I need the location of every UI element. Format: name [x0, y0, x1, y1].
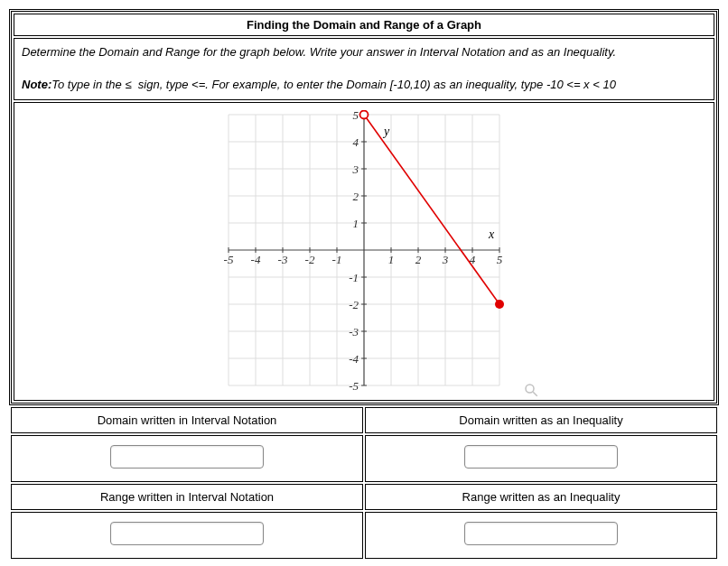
svg-line-63 — [533, 392, 537, 396]
svg-text:1: 1 — [353, 217, 359, 230]
svg-text:3: 3 — [442, 253, 449, 266]
svg-text:5: 5 — [497, 253, 503, 266]
domain-inequality-cell — [365, 435, 717, 482]
graph-line — [364, 115, 499, 304]
svg-text:-2: -2 — [349, 298, 359, 311]
svg-text:-1: -1 — [332, 253, 342, 266]
answer-grid: Domain written in Interval Notation Doma… — [9, 405, 719, 561]
y-axis-label: y — [382, 125, 390, 138]
closed-endpoint — [495, 300, 504, 309]
note-text-b: sign, type <=. For example, to enter the… — [135, 78, 616, 91]
domain-interval-input[interactable] — [110, 445, 264, 469]
range-interval-label: Range written in Interval Notation — [11, 484, 363, 510]
svg-text:-5: -5 — [349, 379, 359, 390]
domain-inequality-label: Domain written as an Inequality — [365, 407, 717, 433]
graph-cell: -5-4-3 -2-1 123 45 543 21 -1-2-3 -4-5 y … — [14, 102, 714, 401]
instruction-main: Determine the Domain and Range for the g… — [22, 45, 616, 59]
svg-text:-3: -3 — [278, 253, 288, 266]
svg-text:-3: -3 — [349, 325, 359, 339]
problem-container: Finding the Domain and Range of a Graph … — [9, 9, 719, 405]
x-axis-label: x — [488, 227, 495, 241]
open-endpoint — [360, 110, 369, 118]
svg-text:1: 1 — [388, 253, 395, 266]
svg-text:-4: -4 — [349, 352, 359, 366]
range-inequality-input[interactable] — [464, 522, 618, 545]
leq-symbol: ≤ — [125, 78, 131, 91]
page-title: Finding the Domain and Range of a Graph — [14, 14, 714, 36]
svg-point-62 — [526, 385, 534, 393]
range-inequality-cell — [365, 512, 717, 559]
instructions: Determine the Domain and Range for the g… — [14, 38, 714, 100]
graph: -5-4-3 -2-1 123 45 543 21 -1-2-3 -4-5 y … — [192, 110, 536, 393]
svg-text:-1: -1 — [349, 271, 359, 284]
svg-text:5: 5 — [353, 110, 359, 122]
domain-interval-cell — [11, 435, 363, 482]
domain-interval-label: Domain written in Interval Notation — [11, 407, 363, 433]
range-interval-input[interactable] — [110, 522, 264, 545]
domain-inequality-input[interactable] — [464, 445, 618, 469]
range-inequality-label: Range written as an Inequality — [365, 484, 717, 510]
svg-text:-2: -2 — [305, 253, 315, 266]
zoom-icon[interactable] — [523, 382, 539, 398]
svg-text:3: 3 — [352, 162, 359, 176]
svg-text:-4: -4 — [251, 253, 261, 266]
coordinate-plane: -5-4-3 -2-1 123 45 543 21 -1-2-3 -4-5 y … — [192, 110, 536, 390]
svg-text:2: 2 — [415, 253, 422, 266]
range-interval-cell — [11, 512, 363, 559]
svg-text:-5: -5 — [224, 253, 234, 266]
note-label: Note: — [22, 78, 51, 91]
note-text-a: To type in the — [51, 78, 125, 91]
svg-text:4: 4 — [353, 135, 359, 149]
svg-text:2: 2 — [353, 190, 359, 203]
